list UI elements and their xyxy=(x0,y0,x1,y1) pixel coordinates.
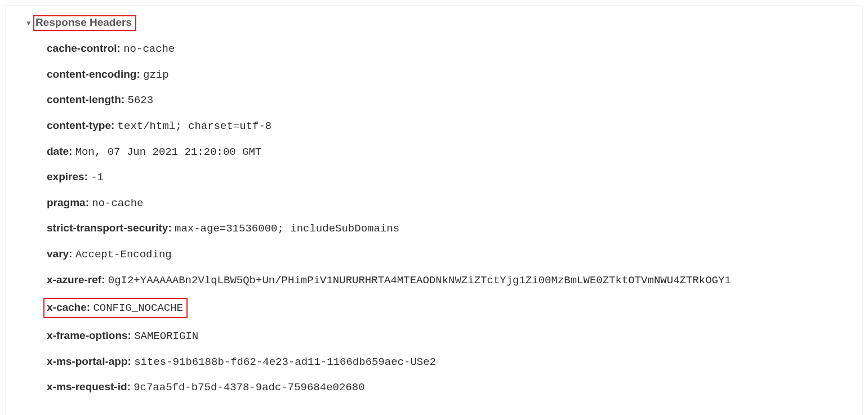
header-row: x-azure-ref: 0gI2+YAAAAABn2VlqLBW5Qb+Un/… xyxy=(47,273,851,288)
header-name: content-length: xyxy=(47,93,124,105)
header-row: expires: -1 xyxy=(47,169,851,185)
header-name: x-cache: xyxy=(47,301,90,313)
header-value: Accept-Encoding xyxy=(75,248,172,261)
header-name: content-encoding: xyxy=(47,68,140,80)
header-value: no-cache xyxy=(92,197,143,209)
header-row: date: Mon, 07 Jun 2021 21:20:00 GMT xyxy=(47,144,851,160)
header-name: expires: xyxy=(47,171,88,182)
section-title-highlight: Response Headers xyxy=(33,15,136,31)
header-value: -1 xyxy=(91,171,104,184)
header-row: x-ms-portal-app: sites-91b6188b-fd62-4e2… xyxy=(47,354,851,370)
header-value: Mon, 07 Jun 2021 21:20:00 GMT xyxy=(75,146,262,158)
header-row: vary: Accept-Encoding xyxy=(47,247,851,262)
header-value: text/html; charset=utf-8 xyxy=(118,120,272,132)
header-value: sites-91b6188b-fd62-4e23-ad11-1166db659a… xyxy=(134,356,436,368)
header-name: cache-control: xyxy=(47,42,121,54)
header-value: max-age=31536000; includeSubDomains xyxy=(175,222,399,235)
header-name: pragma: xyxy=(47,197,89,208)
header-name: x-ms-request-id: xyxy=(47,381,131,392)
highlight-box: x-cache: CONFIG_NOCACHE xyxy=(43,298,188,318)
header-row: x-frame-options: SAMEORIGIN xyxy=(47,328,851,344)
header-value: 0gI2+YAAAAABn2VlqLBW5Qb+Un/PHimPiV1NURUR… xyxy=(108,274,731,287)
header-row: cache-control: no-cache xyxy=(47,41,851,57)
header-value: CONFIG_NOCACHE xyxy=(93,302,183,314)
section-header[interactable]: ▼ Response Headers xyxy=(25,15,851,31)
header-value: 5623 xyxy=(128,94,154,106)
header-row: content-length: 5623 xyxy=(47,92,851,108)
header-value: SAMEORIGIN xyxy=(134,330,198,342)
header-name: content-type: xyxy=(47,119,114,131)
header-value: no-cache xyxy=(123,43,175,55)
header-name: x-azure-ref: xyxy=(47,274,105,285)
header-name: x-frame-options: xyxy=(47,329,131,341)
header-value: 9c7aa5fd-b75d-4378-9adc-759684e02680 xyxy=(133,381,364,394)
header-row: content-encoding: gzip xyxy=(47,67,851,83)
section-title: Response Headers xyxy=(35,16,132,28)
header-name: strict-transport-security: xyxy=(47,222,172,234)
disclosure-triangle-icon[interactable]: ▼ xyxy=(25,19,32,27)
header-row: strict-transport-security: max-age=31536… xyxy=(47,221,851,236)
header-value: gzip xyxy=(143,69,169,81)
header-row: x-ms-request-id: 9c7aa5fd-b75d-4378-9adc… xyxy=(47,380,851,395)
header-row: content-type: text/html; charset=utf-8 xyxy=(47,118,851,134)
response-headers-panel: ▼ Response Headers cache-control: no-cac… xyxy=(6,6,862,415)
header-row: x-cache: CONFIG_NOCACHE xyxy=(47,298,851,318)
header-name: vary: xyxy=(47,248,72,260)
header-list: cache-control: no-cachecontent-encoding:… xyxy=(47,41,851,395)
header-row: pragma: no-cache xyxy=(47,195,851,211)
header-name: date: xyxy=(47,145,72,157)
header-name: x-ms-portal-app: xyxy=(47,355,131,367)
